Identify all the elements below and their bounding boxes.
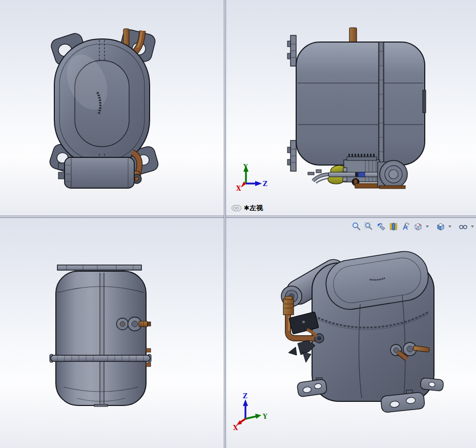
previous-view-icon[interactable] [376,221,386,232]
solidworks-four-viewport-area: Y Z X ✱左视 [0,0,476,448]
section-view-icon[interactable] [388,221,399,232]
orientation-triad: Y Z X [236,164,267,192]
weld-band [50,354,151,362]
shell-right-tab [423,90,426,113]
toolbar-gap [431,226,433,227]
zoom-to-fit-icon[interactable] [351,221,362,232]
x-axis-label: X [233,424,238,432]
view-orientation-label[interactable]: ✱左视 [232,203,263,213]
front-view-model[interactable] [0,218,224,448]
viewport-front-view[interactable] [0,218,224,448]
y-axis-label: Y [243,164,248,171]
link-ring [236,207,239,210]
viewport-top-view[interactable] [0,0,224,216]
hide-show-items-dropdown[interactable] [470,221,475,232]
view-orientation-dropdown[interactable] [425,221,430,232]
compressor-shell-side[interactable] [296,42,425,165]
z-axis-label: Z [263,180,267,188]
zoom-to-area-icon[interactable] [363,221,374,232]
viewport-isometric-view[interactable]: Z Y X [226,218,476,448]
dropdown-arrow-icon [448,226,451,228]
linked-view-icon [232,205,241,211]
dropdown-arrow-icon [471,226,474,228]
mounting-bracket-upper [287,35,296,66]
display-style-dropdown[interactable] [447,221,452,232]
shell-fitting-right-with-copper-stub [128,317,151,331]
viewport-splitter-vertical[interactable] [224,0,226,448]
toolbar-gap [454,226,456,227]
left-view-model[interactable]: Y Z X [226,0,476,216]
shell-fitting-left [117,318,129,330]
z-axis-label: Z [243,393,247,400]
copper-discharge-stub [349,28,357,43]
seam-shade [100,273,104,403]
isometric-view-model[interactable]: Z Y X [226,218,476,448]
y-axis-label: Y [262,413,267,420]
hide-show-items-icon[interactable] [458,221,468,232]
viewport-left-view[interactable]: Y Z X ✱左视 [226,0,476,216]
z-axis-arrow [243,399,248,406]
top-view-model[interactable] [0,0,224,216]
muffler-cylinder[interactable] [58,157,134,188]
heads-up-view-toolbar [351,221,475,232]
z-axis-arrow [255,181,262,186]
annotation-views-icon[interactable] [400,221,411,232]
fan-blade-shapes [288,340,315,362]
view-name-text: ✱左视 [244,203,263,213]
copper-tab-lower [146,363,151,366]
copper-tab-upper [146,349,151,352]
view-orientation-icon[interactable] [412,221,423,232]
mounting-foot-back-right [420,378,444,391]
orientation-triad: Z Y X [233,393,267,432]
mounting-bracket-lower [287,140,296,171]
y-axis-arrow [255,414,261,419]
blue-band [358,172,365,177]
bottom-tab [94,404,108,406]
x-axis-label: X [236,185,241,192]
viewport-splitter-horizontal[interactable] [0,216,476,218]
dropdown-arrow-icon [426,226,429,228]
display-style-icon[interactable] [435,221,446,232]
